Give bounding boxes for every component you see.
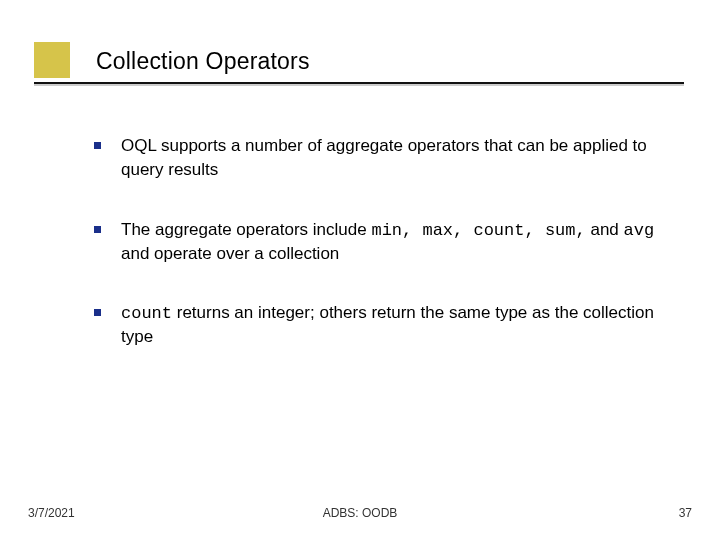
bullet-text: OQL supports a number of aggregate opera… [121, 135, 684, 183]
body: OQL supports a number of aggregate opera… [94, 135, 684, 386]
accent-box [34, 42, 70, 78]
text-post: and operate over a collection [121, 244, 339, 263]
bullet-text: The aggregate operators include min, max… [121, 219, 684, 266]
text-mid: OQL supports a number of aggregate opera… [121, 136, 647, 179]
square-bullet-icon [94, 309, 101, 316]
slide-title: Collection Operators [96, 48, 310, 75]
code-span: count [121, 304, 172, 323]
text-mid: returns an integer; others return the sa… [121, 303, 654, 346]
square-bullet-icon [94, 142, 101, 149]
text-mid: and [586, 220, 624, 239]
square-bullet-icon [94, 226, 101, 233]
bullet-text: count returns an integer; others return … [121, 302, 684, 350]
code-span: avg [624, 221, 655, 240]
footer-center: ADBS: OODB [0, 506, 720, 520]
list-item: OQL supports a number of aggregate opera… [94, 135, 684, 183]
slide: Collection Operators OQL supports a numb… [0, 0, 720, 540]
text-pre: The aggregate operators include [121, 220, 371, 239]
footer-page: 37 [679, 506, 692, 520]
title-rule-shadow [34, 84, 684, 86]
list-item: The aggregate operators include min, max… [94, 219, 684, 266]
list-item: count returns an integer; others return … [94, 302, 684, 350]
code-span: min, max, count, sum, [371, 221, 585, 240]
